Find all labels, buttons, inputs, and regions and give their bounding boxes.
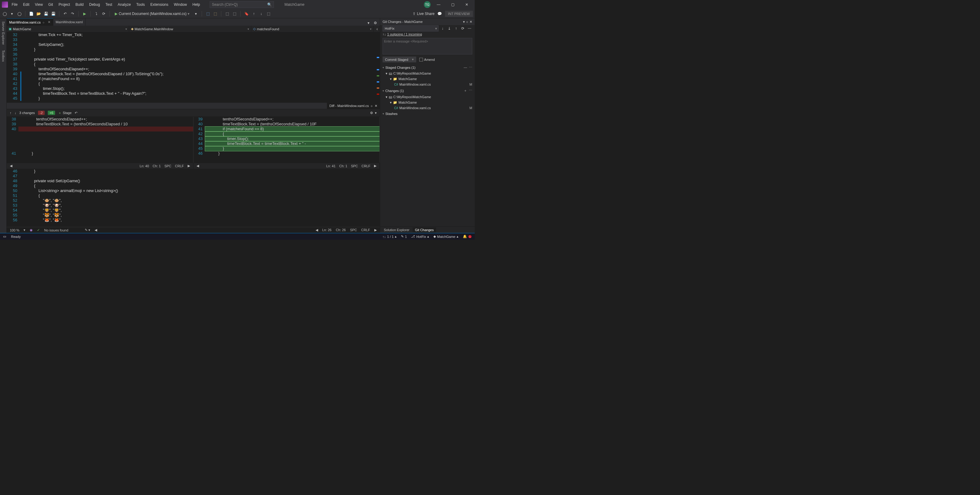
menu-build[interactable]: Build bbox=[73, 1, 86, 8]
save-all-icon[interactable]: 💾 bbox=[51, 11, 56, 16]
menu-debug[interactable]: Debug bbox=[87, 1, 102, 8]
tree-project-row[interactable]: ▾ 📁 MatchGame bbox=[386, 76, 475, 82]
back-icon[interactable]: ◯ bbox=[2, 11, 7, 16]
menu-git[interactable]: Git bbox=[46, 1, 56, 8]
prev-change-icon[interactable]: ↑ bbox=[10, 111, 12, 115]
forward-icon[interactable]: ▾ bbox=[9, 11, 15, 16]
config-icon[interactable]: ▾ bbox=[193, 11, 199, 16]
amend-checkbox[interactable]: Amend bbox=[419, 58, 435, 62]
pull-icon[interactable]: ⤓ bbox=[447, 26, 452, 31]
pin-icon[interactable]: ⟐ bbox=[466, 20, 468, 24]
diff-tab[interactable]: Diff - MainWindow.xaml.cs ⟐ ✕ bbox=[327, 103, 380, 109]
tab-solution-explorer[interactable]: Solution Explorer bbox=[381, 227, 412, 232]
diff-left-pane[interactable]: 38394041 tenthsOfSecondsElapsed++; timeT… bbox=[7, 117, 193, 163]
run-document-dropdown[interactable]: ▶ Current Document (MainWindow.xaml.cs) … bbox=[113, 11, 191, 16]
diff-settings-icon[interactable]: ⚙ bbox=[370, 111, 373, 115]
menu-file[interactable]: File bbox=[9, 1, 20, 8]
tree-project-row[interactable]: ▾ 📁 MatchGame bbox=[386, 100, 475, 105]
maximize-button[interactable]: ▢ bbox=[447, 1, 459, 9]
menu-view[interactable]: View bbox=[32, 1, 45, 8]
tab-mainwindow-xaml[interactable]: MainWindow.xaml bbox=[53, 18, 86, 26]
bookmark-clear-icon[interactable]: ⬚ bbox=[266, 11, 271, 16]
menu-help[interactable]: Help bbox=[190, 1, 203, 8]
feedback-icon[interactable]: 💬 bbox=[437, 11, 442, 16]
dropdown-icon[interactable]: ▾ bbox=[463, 20, 465, 24]
pin-icon[interactable]: ⟐ bbox=[43, 21, 45, 24]
bookmark-prev-icon[interactable]: ↑ bbox=[251, 11, 256, 16]
code-editor[interactable]: 3233343536373839404142434445 timer.Tick … bbox=[7, 32, 380, 233]
sync-status[interactable]: ↑↓ 1 outgoing / 1 incoming bbox=[380, 32, 475, 37]
menu-window[interactable]: Window bbox=[172, 1, 189, 8]
staged-changes-header[interactable]: Staged Changes (1) —⋯ bbox=[380, 64, 475, 71]
sync-status[interactable]: ↑↓ 1 / 1 ▴ bbox=[383, 235, 397, 238]
save-icon[interactable]: 💾 bbox=[43, 11, 49, 16]
branch-indicator[interactable]: ⎇ HotFix ▴ bbox=[411, 235, 429, 238]
fetch-icon[interactable]: ↓ bbox=[440, 26, 445, 31]
pending-edits[interactable]: ✎ 1 bbox=[401, 235, 407, 238]
redo-icon[interactable]: ↷ bbox=[70, 11, 75, 16]
tool-icon-2[interactable]: ⬚ bbox=[212, 11, 218, 16]
tab-git-changes[interactable]: Git Changes bbox=[412, 227, 436, 232]
pin-icon[interactable]: ⟐ bbox=[371, 104, 373, 108]
new-item-icon[interactable]: 📄 bbox=[29, 11, 34, 16]
step-over-icon[interactable]: ⟳ bbox=[101, 11, 107, 16]
diff-right-pane[interactable]: 3940414243444546 tenthsOfSecondsElapsed+… bbox=[193, 117, 380, 163]
nav-icon[interactable]: ◯ bbox=[16, 11, 22, 16]
close-icon[interactable]: ✕ bbox=[48, 20, 51, 24]
tool-icon-1[interactable]: ⬚ bbox=[205, 11, 210, 16]
diff-view[interactable]: 38394041 tenthsOfSecondsElapsed++; timeT… bbox=[7, 117, 380, 163]
split-editor-icon[interactable]: ⫞ bbox=[374, 26, 380, 32]
unstage-icon[interactable]: — bbox=[464, 65, 467, 70]
brush-icon[interactable]: ✎ ▾ bbox=[85, 228, 90, 232]
menu-test[interactable]: Test bbox=[103, 1, 115, 8]
side-tab-server-explorer[interactable]: Server Explorer bbox=[1, 20, 6, 46]
close-icon[interactable]: ✕ bbox=[469, 20, 472, 24]
tab-settings-icon[interactable]: ⚙ bbox=[372, 20, 378, 26]
nav-member-dropdown[interactable]: ◇ matchesFound bbox=[251, 26, 374, 32]
undo-icon[interactable]: ↶ bbox=[62, 11, 68, 16]
user-avatar[interactable]: TG bbox=[424, 1, 431, 8]
revert-icon[interactable]: ↶ bbox=[75, 111, 78, 115]
notifications-icon[interactable]: 🔔1 bbox=[463, 235, 472, 238]
stage-all-icon[interactable]: ＋ bbox=[464, 88, 467, 93]
next-change-icon[interactable]: ↓ bbox=[15, 111, 16, 115]
tree-file-row[interactable]: C# MainWindow.xaml.csM bbox=[386, 105, 475, 111]
commit-button[interactable]: Commit Staged bbox=[383, 57, 416, 62]
repo-indicator[interactable]: ◆ MatchGame ▴ bbox=[433, 235, 458, 238]
minimize-button[interactable]: — bbox=[433, 1, 445, 9]
stage-button[interactable]: ＋ Stage bbox=[58, 111, 72, 115]
start-icon[interactable]: ▶ bbox=[82, 11, 87, 16]
more-icon[interactable]: ⋯ bbox=[467, 26, 472, 31]
tool-icon-4[interactable]: ⬚ bbox=[232, 11, 237, 16]
tree-repo-row[interactable]: ▾ 🖴 C:\MyRepos\MatchGame bbox=[386, 94, 475, 100]
open-icon[interactable]: 📂 bbox=[36, 11, 41, 16]
menu-analyze[interactable]: Analyze bbox=[115, 1, 134, 8]
bookmark-icon[interactable]: 🔖 bbox=[243, 11, 249, 16]
menu-edit[interactable]: Edit bbox=[21, 1, 32, 8]
nav-project-dropdown[interactable]: ▣ MatchGame bbox=[7, 26, 129, 32]
live-share-button[interactable]: ⇪ Live Share bbox=[412, 12, 434, 16]
tree-repo-row[interactable]: ▾ 🖴 C:\MyRepos\MatchGame bbox=[386, 71, 475, 76]
menu-tools[interactable]: Tools bbox=[134, 1, 147, 8]
zoom-level[interactable]: 100 % bbox=[10, 228, 19, 232]
more-icon[interactable]: ⋯ bbox=[469, 65, 472, 70]
close-button[interactable]: ✕ bbox=[461, 1, 473, 9]
step-icon[interactable]: ⤵ bbox=[94, 11, 99, 16]
tree-file-row[interactable]: C# MainWindow.xaml.csM bbox=[386, 82, 475, 87]
commit-message-input[interactable] bbox=[383, 38, 472, 54]
menu-project[interactable]: Project bbox=[56, 1, 72, 8]
search-input[interactable]: Search (Ctrl+Q) 🔍 bbox=[210, 1, 274, 8]
side-tab-toolbox[interactable]: Toolbox bbox=[1, 49, 6, 63]
error-lens-icon[interactable]: ◉ bbox=[30, 228, 33, 232]
tool-icon-3[interactable]: ⬚ bbox=[224, 11, 230, 16]
tab-overflow-icon[interactable]: ▾ bbox=[366, 20, 371, 26]
tab-mainwindow-cs[interactable]: MainWindow.xaml.cs ⟐ ✕ bbox=[7, 18, 53, 26]
more-icon[interactable]: ⋯ bbox=[469, 88, 472, 93]
sync-icon[interactable]: ⟳ bbox=[460, 26, 466, 31]
bookmark-next-icon[interactable]: ↓ bbox=[258, 11, 264, 16]
zoom-dropdown-icon[interactable]: ▾ bbox=[24, 228, 25, 232]
nav-class-dropdown[interactable]: ◆ MatchGame.MainWindow bbox=[129, 26, 251, 32]
changes-header[interactable]: Changes (1) ＋⋯ bbox=[380, 87, 475, 94]
push-icon[interactable]: ↑ bbox=[453, 26, 459, 31]
branch-dropdown[interactable]: HotFix bbox=[383, 25, 439, 32]
